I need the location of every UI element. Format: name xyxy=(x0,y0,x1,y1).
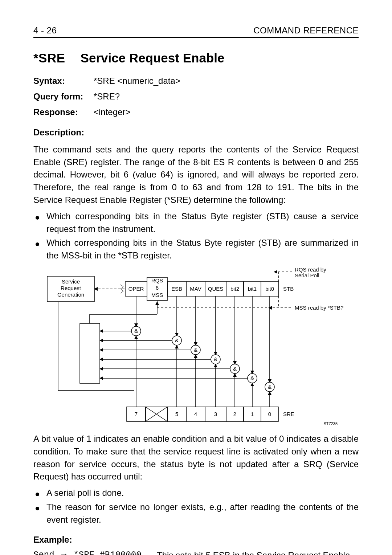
svg-text:1: 1 xyxy=(251,411,254,417)
stb-label: STB xyxy=(283,286,294,292)
stb-register-row: OPER RQS 6 MSS ESB MAV QUES bit2 bit1 bi… xyxy=(125,277,294,301)
svg-text:&: & xyxy=(214,356,217,362)
svg-text:&: & xyxy=(175,337,179,343)
syntax-value: *SRE <numeric_data> xyxy=(94,74,359,87)
svg-text:MAV: MAV xyxy=(190,286,201,292)
sre-register-row: 7 5 4 3 2 1 0 SRE xyxy=(127,407,294,421)
service-box-line: Request xyxy=(61,285,81,291)
response-label: Response: xyxy=(33,105,94,119)
command-long-name: Service Request Enable xyxy=(81,51,225,65)
svg-text:4: 4 xyxy=(194,411,197,417)
svg-text:RQS: RQS xyxy=(151,277,163,283)
example-send: Send → *SRE #B100000 xyxy=(33,549,157,555)
list-item: Which corresponding bits in the Status B… xyxy=(33,210,359,236)
arrow-icon: → xyxy=(60,549,68,555)
svg-rect-26 xyxy=(80,323,100,383)
section-name: COMMAND REFERENCE xyxy=(253,25,359,36)
svg-text:&: & xyxy=(233,366,237,372)
svg-text:&: & xyxy=(134,328,138,334)
description-paragraph: The command sets and the query reports t… xyxy=(33,143,359,207)
svg-text:0: 0 xyxy=(268,411,271,417)
svg-text:6: 6 xyxy=(156,285,159,291)
query-form-label: Query form: xyxy=(33,90,94,103)
query-form-value: *SRE? xyxy=(94,90,359,103)
example-label: Example: xyxy=(33,533,94,546)
legend-rqs-line2: Serial Poll xyxy=(295,272,319,278)
svg-text:&: & xyxy=(268,384,271,390)
svg-text:7: 7 xyxy=(135,411,138,417)
svg-text:3: 3 xyxy=(214,411,217,417)
register-diagram: Service Request Generation OPER RQS 6 MS… xyxy=(36,267,356,427)
svg-text:5: 5 xyxy=(175,411,178,417)
list-item: Which corresponding bits in the Status B… xyxy=(33,237,359,262)
paragraph-2: A bit value of 1 indicates an enable con… xyxy=(33,433,359,483)
list-item: A serial poll is done. xyxy=(33,487,359,499)
bullet-list-1: Which corresponding bits in the Status B… xyxy=(33,210,359,262)
command-title: *SREService Request Enable xyxy=(33,51,359,65)
svg-text:&: & xyxy=(250,375,254,381)
service-box-line: Service xyxy=(62,278,80,285)
response-value: <integer> xyxy=(94,105,359,119)
svg-text:bit2: bit2 xyxy=(230,286,239,292)
svg-text:ESB: ESB xyxy=(171,286,182,292)
service-box-line: Generation xyxy=(57,291,84,298)
legend-mss: MSS read by *STB? xyxy=(295,305,343,311)
bullet-list-2: A serial poll is done. The reason for se… xyxy=(33,487,359,526)
svg-text:bit1: bit1 xyxy=(248,286,257,292)
legend-rqs-line1: RQS read by xyxy=(295,267,326,273)
page-number: 4 - 26 xyxy=(33,25,57,36)
command-mnemonic: *SRE xyxy=(33,51,65,65)
svg-text:2: 2 xyxy=(233,411,236,417)
svg-text:QUES: QUES xyxy=(208,286,224,292)
list-item: The reason for service no longer exists,… xyxy=(33,501,359,526)
svg-text:bit0: bit0 xyxy=(265,286,274,292)
example-explain: This sets bit 5 ESB in the Service Reque… xyxy=(157,549,359,555)
figure-id: ST7235 xyxy=(323,421,338,426)
sre-label: SRE xyxy=(283,411,294,417)
svg-text:&: & xyxy=(194,347,197,353)
description-label: Description: xyxy=(33,126,94,139)
svg-text:OPER: OPER xyxy=(128,286,144,292)
syntax-label: Syntax: xyxy=(33,74,94,87)
svg-text:MSS: MSS xyxy=(151,292,163,298)
